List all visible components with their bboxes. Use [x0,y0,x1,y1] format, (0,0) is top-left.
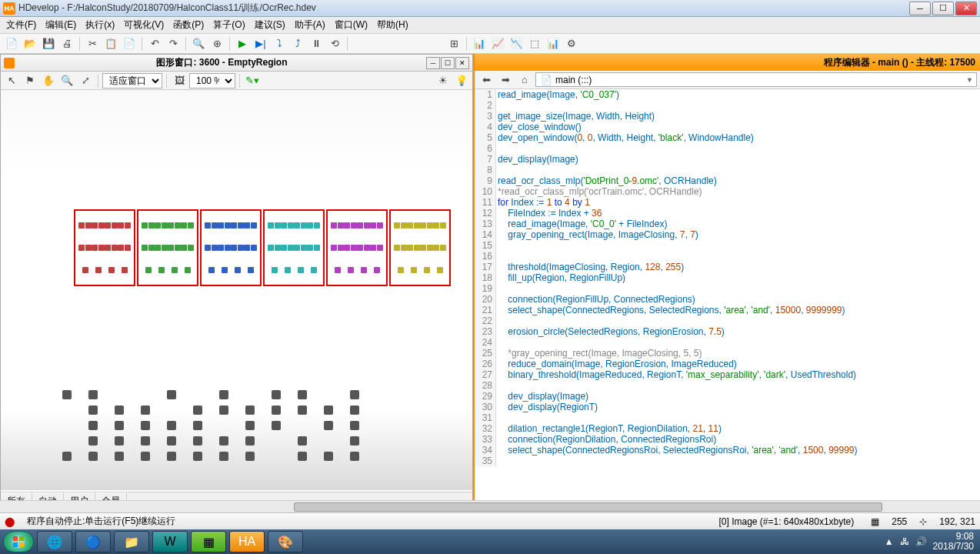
gfx-canvas[interactable]: 所有自动用户全局 [1,90,472,507]
reset-icon[interactable]: ⟲ [326,35,343,52]
code-line[interactable]: 7dev_display(Image) [475,154,980,165]
code-line[interactable]: 16 [475,251,980,262]
code-line[interactable]: 28 [475,380,980,391]
code-line[interactable]: 10*read_ocr_class_mlp('ocrTrain.omc', OC… [475,186,980,197]
code-line[interactable]: 9read_ocr_class_mlp('DotPrint_0-9.omc', … [475,175,980,186]
code-line[interactable]: 8 [475,165,980,175]
code-line[interactable]: 35 [475,456,980,466]
task-ie-icon[interactable]: 🌐 [37,531,72,552]
plot6-icon[interactable]: ⚙ [563,35,580,52]
cut-icon[interactable]: ✂ [84,35,101,52]
clock[interactable]: 9:082018/7/30 [933,532,974,552]
menu-5[interactable]: 算子(O) [208,17,249,33]
system-tray[interactable]: ▲ 🖧 🔊 9:082018/7/30 [885,532,977,552]
flag-icon[interactable]: ⚑ [22,72,38,89]
code-line[interactable]: 18 fill_up(Region, RegionFillUp) [475,272,980,283]
code-line[interactable]: 20 connection(RegionFillUp, ConnectedReg… [475,294,980,305]
copy-icon[interactable]: 📋 [102,35,119,52]
code-line[interactable]: 34 select_shape(ConnectedRegionsRoi, Sel… [475,445,980,456]
plot1-icon[interactable]: 📊 [471,35,488,52]
code-line[interactable]: 24 [475,337,980,348]
code-line[interactable]: 11for Index := 1 to 4 by 1 [475,197,980,208]
new-icon[interactable]: 📄 [3,35,20,52]
menu-1[interactable]: 编辑(E) [41,17,81,33]
pause-icon[interactable]: ⏸ [308,35,325,52]
nav-fwd-icon[interactable]: ➡ [497,72,514,88]
code-line[interactable]: 27 binary_threshold(ImageReduced, Region… [475,369,980,380]
code-line[interactable]: 26 reduce_domain(Image, RegionErosion, I… [475,359,980,369]
code-line[interactable]: 12 FileIndex := Index + 36 [475,208,980,219]
redo-icon[interactable]: ↷ [165,35,182,52]
tray-net-icon[interactable]: 🖧 [900,536,909,547]
code-line[interactable]: 2 [475,100,980,111]
task-paint-icon[interactable]: 🎨 [268,531,303,552]
step-over-icon[interactable]: ▶| [252,35,269,52]
task-explorer-icon[interactable]: 📁 [114,531,149,552]
bulb-icon[interactable]: 💡 [453,72,470,89]
nav-home-icon[interactable]: ⌂ [516,72,533,88]
paste-icon[interactable]: 📄 [121,35,138,52]
code-line[interactable]: 25 *gray_opening_rect(Image, ImageClosin… [475,348,980,359]
pan-icon[interactable]: ✋ [40,72,57,89]
code-line[interactable]: 29 dev_display(Image) [475,391,980,402]
plot4-icon[interactable]: ⬚ [526,35,543,52]
h-scrollbar[interactable] [0,500,980,512]
plot5-icon[interactable]: 📊 [545,35,562,52]
tray-vol-icon[interactable]: 🔊 [915,536,927,547]
code-line[interactable]: 32 dilation_rectangle1(RegionT, RegionDi… [475,423,980,434]
code-line[interactable]: 13 read_image(Image, 'C0_0' + FileIndex) [475,219,980,229]
procedure-select[interactable]: 📄 main (:::) [535,72,977,87]
start-button[interactable] [3,531,34,552]
code-line[interactable]: 23 erosion_circle(SelectedRegions, Regio… [475,326,980,337]
gfx-close-button[interactable]: ✕ [455,57,469,69]
color-icon[interactable]: ✎▾ [244,72,261,89]
h-scrollbar-thumb[interactable] [294,502,882,512]
minimize-button[interactable]: ─ [909,2,931,15]
nav-back-icon[interactable]: ⬅ [478,72,495,88]
code-line[interactable]: 1read_image(Image, 'C0_037') [475,89,980,100]
code-line[interactable]: 21 select_shape(ConnectedRegions, Select… [475,305,980,315]
menu-6[interactable]: 建议(S) [250,17,290,33]
plot2-icon[interactable]: 📈 [489,35,506,52]
undo-icon[interactable]: ↶ [146,35,163,52]
plot3-icon[interactable]: 📉 [508,35,525,52]
menu-3[interactable]: 可视化(V) [119,17,168,33]
code-line[interactable]: 19 [475,283,980,294]
menu-2[interactable]: 执行(x) [81,17,119,33]
tray-up-icon[interactable]: ▲ [885,536,894,547]
code-line[interactable]: 15 [475,240,980,251]
window-icon[interactable]: ⊞ [445,35,462,52]
task-media-icon[interactable]: 🔵 [75,531,111,552]
code-body[interactable]: 1read_image(Image, 'C0_037')23get_image_… [475,89,980,508]
code-line[interactable]: 31 [475,412,980,423]
menu-8[interactable]: 窗口(W) [330,17,372,33]
code-line[interactable]: 4dev_close_window() [475,122,980,132]
code-line[interactable]: 3get_image_size(Image, Width, Height) [475,111,980,122]
maximize-button[interactable]: ☐ [932,2,954,15]
menu-7[interactable]: 助手(A) [290,17,330,33]
fit-mode-select[interactable]: 适应窗口 [102,73,162,88]
cursor-icon[interactable]: ↖ [3,72,20,89]
assist-icon[interactable]: ☀ [435,72,452,89]
code-line[interactable]: 33 connection(RegionDilation, ConnectedR… [475,434,980,445]
close-button[interactable]: ✕ [955,2,977,15]
target-icon[interactable]: ⊕ [208,35,225,52]
zoom-in-icon[interactable]: 🔍 [58,72,75,89]
code-line[interactable]: 14 gray_opening_rect(Image, ImageClosing… [475,229,980,240]
gfx-maximize-button[interactable]: ☐ [441,57,455,69]
find-icon[interactable]: 🔍 [190,35,207,52]
image-mode-icon[interactable]: 🖼 [171,72,188,89]
code-line[interactable]: 17 threshold(ImageClosing, Region, 128, … [475,262,980,272]
zoom-tool-icon[interactable]: ⤢ [77,72,94,89]
code-line[interactable]: 30 dev_display(RegionT) [475,402,980,412]
menu-4[interactable]: 函数(P) [168,17,208,33]
run-icon[interactable]: ▶ [234,35,251,52]
task-hdevelop-icon[interactable]: HA [229,531,265,552]
task-wps-icon[interactable]: W [152,531,188,552]
open-icon[interactable]: 📂 [22,35,38,52]
step-into-icon[interactable]: ⤵ [271,35,288,52]
task-app2-icon[interactable]: ▦ [191,531,226,552]
code-line[interactable]: 5dev_open_window(0, 0, Width, Height, 'b… [475,132,980,143]
menu-0[interactable]: 文件(F) [2,17,41,33]
zoom-select[interactable]: 100 % [189,73,235,88]
